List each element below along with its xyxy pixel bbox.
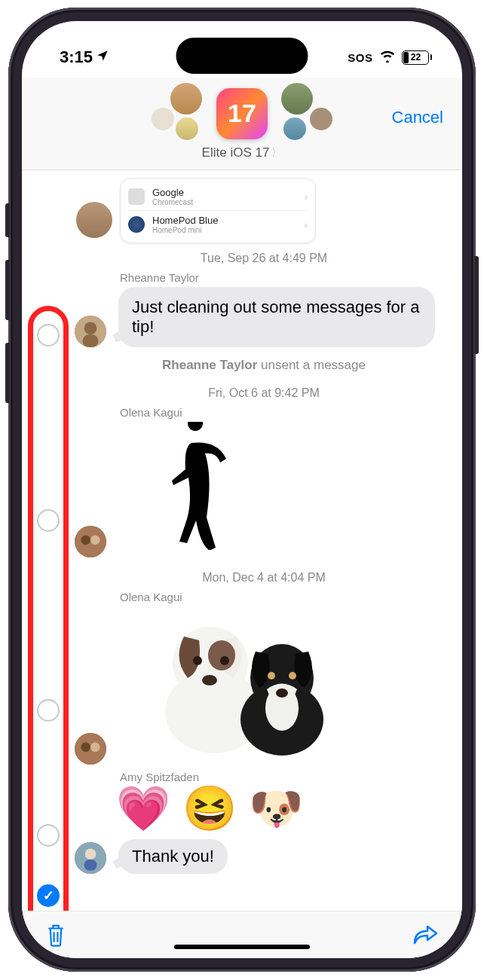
sender-avatar (75, 316, 106, 347)
location-icon (96, 47, 109, 67)
emoji-message[interactable]: 💗 😆 🐶 (116, 786, 453, 830)
trash-button[interactable] (44, 922, 67, 951)
group-icon: 17 (216, 88, 268, 139)
wifi-icon (379, 47, 396, 67)
svg-point-20 (276, 688, 288, 698)
svg-rect-2 (83, 334, 99, 347)
svg-point-18 (268, 672, 275, 679)
card-row-sub: Chromecast (152, 198, 297, 206)
homepod-icon (128, 216, 145, 233)
svg-point-11 (208, 640, 235, 670)
battery-indicator: 22 (402, 50, 433, 65)
svg-point-12 (193, 656, 202, 665)
svg-rect-23 (84, 859, 97, 871)
card-row-title: Google (152, 187, 297, 198)
sticker-silhouette (154, 422, 244, 550)
message-bubble: Just cleaning out some messages for a ti… (118, 287, 435, 347)
sender-avatar (75, 842, 106, 874)
sender-label: Rheanne Taylor (120, 271, 453, 284)
message-row[interactable] (75, 606, 453, 765)
member-avatar (281, 83, 313, 114)
sender-avatar (75, 526, 106, 557)
sender-label: Amy Spitzfaden (120, 771, 453, 783)
member-avatar (176, 118, 198, 140)
side-buttons-left (5, 203, 10, 426)
dynamic-island (176, 38, 308, 74)
svg-point-8 (90, 743, 100, 753)
card-row-title: HomePod Blue (152, 215, 297, 226)
message-row[interactable]: Thank you! (75, 839, 453, 874)
svg-point-5 (90, 536, 100, 545)
chevron-right-icon: 〉 (271, 146, 282, 160)
card-row-sub: HomePod mini (152, 226, 297, 234)
group-name-button[interactable]: Elite iOS 17 〉 (202, 145, 283, 160)
message-row[interactable] (75, 422, 453, 557)
timestamp: Mon, Dec 4 at 4:04 PM (75, 571, 453, 585)
shared-card[interactable]: Google Chromecast › HomePod Blue HomePod… (120, 178, 316, 243)
chevron-right-icon: › (305, 219, 308, 230)
message-list[interactable]: ✓ Google Chromecast › (22, 170, 462, 911)
group-avatar-cluster[interactable]: 17 (37, 81, 447, 145)
svg-point-14 (202, 675, 217, 685)
svg-point-1 (84, 322, 97, 334)
screen: 3:15 SOS 22 Cancel (22, 21, 462, 958)
sender-avatar (75, 733, 106, 765)
member-avatar (283, 118, 306, 140)
svg-point-7 (81, 743, 90, 753)
phone-frame: 3:15 SOS 22 Cancel (8, 8, 476, 972)
timestamp: Tue, Sep 26 at 4:49 PM (75, 252, 453, 265)
sender-label: Olena Kagui (120, 591, 453, 603)
svg-point-19 (289, 672, 296, 679)
message-bubble: Thank you! (118, 839, 228, 874)
side-buttons-right (474, 256, 479, 377)
sticker-dogs (154, 606, 335, 757)
status-time: 3:15 (60, 47, 93, 67)
sender-avatar (76, 202, 112, 238)
message-row[interactable]: Just cleaning out some messages for a ti… (75, 287, 453, 347)
home-indicator[interactable] (174, 945, 310, 949)
sos-indicator: SOS (348, 51, 372, 64)
system-message: Rheanne Taylor unsent a message (75, 358, 453, 373)
timestamp: Fri, Oct 6 at 9:42 PM (75, 386, 453, 400)
bottom-toolbar (22, 911, 462, 958)
member-avatar (170, 83, 202, 114)
sender-label: Olena Kagui (120, 406, 453, 419)
chevron-right-icon: › (305, 191, 308, 203)
svg-point-4 (81, 536, 90, 545)
member-avatar (310, 108, 332, 130)
battery-level: 22 (403, 52, 429, 63)
svg-point-22 (85, 848, 96, 859)
svg-point-13 (220, 656, 229, 665)
member-avatar (152, 108, 174, 130)
group-name-label: Elite iOS 17 (202, 145, 270, 160)
svg-rect-3 (75, 526, 106, 557)
google-icon (128, 188, 145, 205)
svg-rect-6 (75, 733, 106, 765)
system-sender: Rheanne Taylor (162, 358, 257, 372)
conversation-header: Cancel 17 Elite iOS 17 〉 (22, 78, 462, 170)
forward-button[interactable] (412, 924, 440, 949)
